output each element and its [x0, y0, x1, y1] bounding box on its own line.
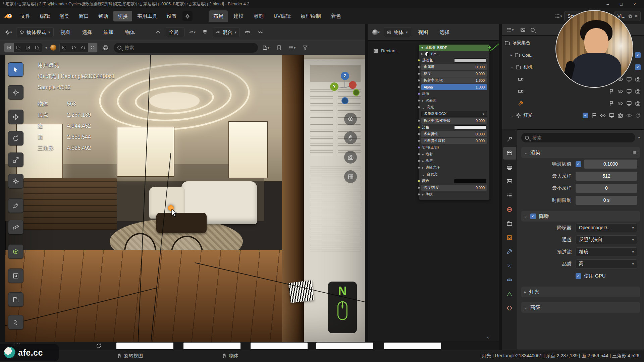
select-mode-extend-icon[interactable] — [14, 43, 23, 52]
render-section-header[interactable]: ⌄ 渲染 — [521, 147, 640, 158]
node-row[interactable]: ▸透射 — [421, 151, 487, 157]
collection-checkbox[interactable]: ✓ — [635, 52, 641, 58]
axis-neg-z-ball[interactable] — [341, 97, 348, 104]
axis-z-ball[interactable]: Z — [341, 72, 349, 80]
menu-edit[interactable]: 编辑 — [36, 11, 54, 21]
outliner-row-camera-object[interactable] — [504, 85, 644, 97]
menu-toggle-addon[interactable]: 切换 — [113, 11, 132, 21]
outliner-row-lights-collection[interactable]: ⌄ 灯光 ✓ — [504, 109, 644, 121]
indirect-only-icon[interactable] — [635, 113, 641, 118]
camera-view-button[interactable] — [344, 151, 357, 164]
3d-viewport[interactable]: 用户透视 (0) 灯光 | Rectangle2133440061 Sample… — [5, 55, 365, 342]
menu-help[interactable]: 帮助 — [94, 11, 113, 21]
transform-pivot-icon[interactable] — [153, 27, 163, 37]
tab-scene[interactable] — [503, 189, 516, 202]
strip-clip[interactable] — [384, 343, 441, 349]
menu-view[interactable]: 视图 — [56, 27, 75, 38]
tab-object[interactable] — [503, 231, 516, 244]
noise-threshold-value[interactable]: 0.1000 — [584, 160, 637, 169]
monitor-icon[interactable] — [609, 113, 614, 118]
properties-editor[interactable]: ▾ ⌄ 渲染 噪波阈值 ✓ 0.1000 最大采样 512 最小采样 0 时间限… — [502, 129, 644, 350]
new-layer-icon[interactable] — [628, 14, 632, 18]
axis-x-ball[interactable] — [349, 81, 357, 89]
scroll-down-indicator[interactable]: ⌄ — [486, 334, 490, 339]
noise-threshold-checkbox[interactable]: ✓ — [576, 161, 581, 167]
use-gpu-checkbox[interactable]: ✓ — [576, 273, 581, 279]
flag-icon[interactable] — [591, 113, 597, 118]
workspace-tab-sculpt[interactable]: 雕刻 — [249, 10, 268, 22]
color-swatch[interactable] — [454, 58, 486, 63]
node-row[interactable]: 糙度0.000 — [421, 71, 487, 77]
strip-clip[interactable] — [116, 343, 173, 349]
clip-region-icon[interactable]: ▾ — [261, 43, 271, 53]
node-header[interactable]: ▾ 原理化 BSDF — [419, 45, 489, 51]
node-row[interactable]: 强度/力度0.000 — [421, 185, 487, 191]
shading-wireframe-icon[interactable] — [60, 43, 69, 52]
node-output-socket[interactable] — [488, 46, 491, 49]
min-samples-value[interactable]: 0 — [576, 184, 637, 193]
camera-visibility-icon[interactable] — [635, 88, 641, 94]
tab-tool[interactable] — [503, 133, 516, 145]
denoise-checkbox[interactable]: ✓ — [530, 214, 536, 219]
menu-settings-addon[interactable]: 设置 — [162, 11, 181, 21]
prefilter-dropdown[interactable]: 精确▾ — [576, 247, 637, 256]
tool-rotate[interactable] — [8, 131, 23, 145]
tool-scale[interactable] — [8, 153, 23, 167]
menu-select[interactable]: 选择 — [78, 27, 97, 38]
workspace-tab-uv[interactable]: UV编辑 — [269, 10, 296, 22]
proportional-edit-icon[interactable] — [243, 27, 253, 37]
monitor-icon[interactable] — [626, 76, 632, 82]
shading-rendered-icon[interactable] — [88, 43, 97, 52]
node-row[interactable]: 折射率(IOR)等级0.000 — [421, 118, 487, 124]
eye-icon[interactable] — [618, 88, 623, 94]
scene-browse-icon[interactable]: ▾ — [553, 11, 564, 21]
tool-hook[interactable] — [8, 315, 23, 329]
pan-hand-button[interactable] — [344, 131, 357, 144]
node-row[interactable]: 染色 — [421, 124, 487, 130]
node-row[interactable]: 各向异性旋转0.000 — [421, 138, 487, 144]
outliner-display-mode-icon[interactable]: ▾ — [505, 25, 515, 35]
tool-annotate[interactable] — [8, 198, 23, 213]
refresh-icon[interactable] — [96, 343, 102, 349]
tool-corner[interactable] — [8, 292, 23, 307]
color-swatch[interactable] — [454, 179, 486, 183]
eye-icon[interactable] — [600, 113, 606, 118]
menu-file[interactable]: 文件 — [16, 11, 35, 21]
workspace-tab-texture-paint[interactable]: 纹理绘制 — [296, 10, 326, 22]
flag-icon[interactable] — [609, 101, 614, 106]
filter-funnel-icon[interactable] — [300, 43, 310, 53]
tab-world[interactable] — [503, 203, 516, 216]
tab-output[interactable] — [503, 161, 516, 174]
workspace-tab-modeling[interactable]: 建模 — [229, 10, 248, 22]
snap-magnet-icon[interactable] — [200, 27, 210, 37]
shading-material-icon[interactable] — [78, 43, 88, 52]
strip-clip[interactable] — [251, 343, 308, 349]
color-swatch[interactable] — [454, 125, 486, 130]
camera-visibility-icon[interactable] — [635, 76, 641, 82]
outliner-row-tool-object[interactable] — [504, 97, 644, 109]
tool-transform[interactable] — [8, 174, 23, 188]
menu-window[interactable]: 窗口 — [74, 11, 93, 21]
minimize-button[interactable]: – — [601, 0, 614, 8]
select-mode-chevron[interactable]: ▾ — [45, 46, 47, 50]
shader-editor-type-icon[interactable]: ▾ — [371, 27, 381, 37]
maximize-button[interactable]: □ — [614, 0, 628, 8]
properties-search[interactable] — [521, 133, 635, 142]
viewport-search[interactable] — [114, 43, 258, 53]
node-row[interactable]: ▸边缘光泽 — [421, 165, 487, 171]
tab-collection[interactable] — [503, 217, 516, 230]
axis-neg-y-ball[interactable] — [353, 89, 360, 96]
falloff-curve-icon[interactable] — [255, 27, 265, 37]
select-mode-invert-icon[interactable] — [33, 43, 42, 52]
zoom-button[interactable] — [344, 113, 357, 125]
bookmark-icon[interactable] — [274, 43, 284, 53]
menu-object[interactable]: 物体 — [121, 27, 140, 38]
node-row[interactable]: ⌄高光 — [421, 104, 487, 110]
workspace-tab-layout[interactable]: 布局 — [209, 10, 228, 22]
orientation-dropdown[interactable]: 全局 — [166, 27, 184, 37]
mode-dropdown[interactable]: 物体模式 ▾ — [16, 27, 54, 37]
lights-section-header[interactable]: ▸ 灯光 — [521, 287, 640, 297]
collection-checkbox[interactable]: ✓ — [635, 64, 641, 70]
strip-clip[interactable] — [316, 343, 373, 349]
tab-render[interactable] — [503, 147, 516, 160]
